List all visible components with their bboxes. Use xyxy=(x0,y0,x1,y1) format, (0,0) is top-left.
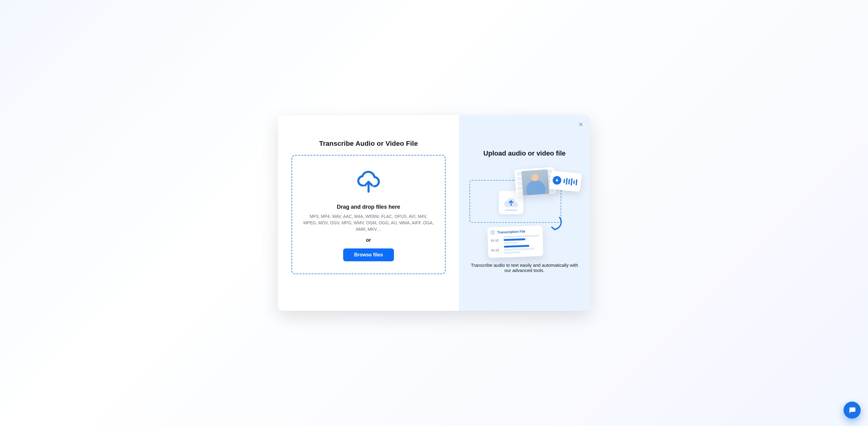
right-title: Upload audio or video file xyxy=(483,150,565,157)
browse-files-button[interactable]: Browse files xyxy=(343,249,394,261)
audio-wave-icon xyxy=(563,177,578,186)
right-panel: Upload audio or video file xyxy=(459,115,590,311)
sparkle-icon xyxy=(490,230,495,234)
illustration-video-card xyxy=(515,167,556,196)
arrow-up-icon xyxy=(508,199,514,206)
chat-icon xyxy=(848,406,856,414)
illustration: Transcription File 01:12 01:13 xyxy=(469,165,580,257)
upload-modal: Transcribe Audio or Video File Drag and … xyxy=(278,115,590,311)
left-title: Transcribe Audio or Video File xyxy=(319,140,418,148)
illustration-audio-card xyxy=(549,170,582,192)
cloud-upload-icon xyxy=(356,170,381,194)
supported-formats: MP3, MP4, WAV, AAC, M4A, WEBM, FLAC, OPU… xyxy=(303,213,434,233)
chat-fab[interactable] xyxy=(843,401,861,419)
dropzone[interactable]: Drag and drop files here MP3, MP4, WAV, … xyxy=(291,155,445,274)
or-label: or xyxy=(366,237,371,243)
close-icon xyxy=(578,122,584,127)
illustration-transcript-card: Transcription File 01:12 01:13 xyxy=(487,226,543,258)
left-panel: Transcribe Audio or Video File Drag and … xyxy=(278,115,459,311)
close-button[interactable] xyxy=(576,120,586,129)
transcript-label: Transcription File xyxy=(497,230,525,234)
underline-bar xyxy=(505,210,517,210)
video-thumb xyxy=(521,169,549,196)
timestamp: 01:12 xyxy=(491,238,501,242)
timestamp: 01:13 xyxy=(491,248,502,252)
mic-icon xyxy=(552,176,562,185)
arrow-curved-icon xyxy=(546,216,565,235)
drop-title: Drag and drop files here xyxy=(337,204,400,210)
right-subtitle: Transcribe audio to text easily and auto… xyxy=(469,263,580,273)
